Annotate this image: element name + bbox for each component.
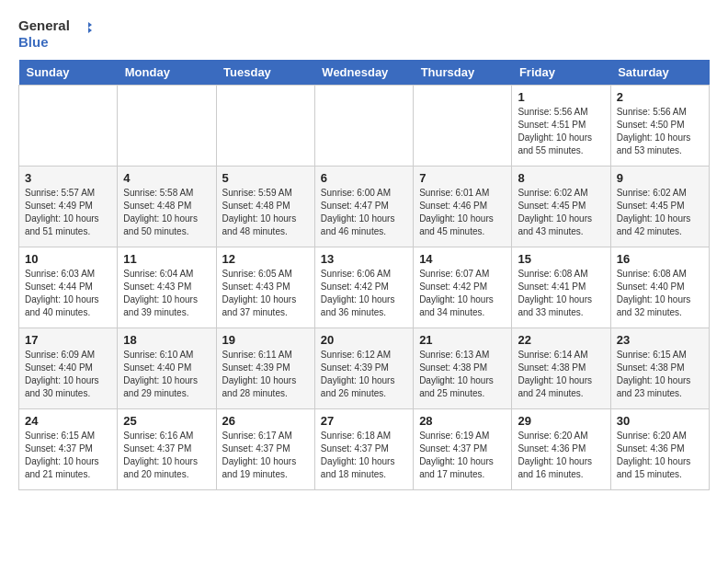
week-row-3: 10Sunrise: 6:03 AM Sunset: 4:44 PM Dayli…: [19, 247, 710, 327]
calendar-cell: 7Sunrise: 6:01 AM Sunset: 4:46 PM Daylig…: [414, 166, 512, 247]
calendar-cell: 11Sunrise: 6:04 AM Sunset: 4:43 PM Dayli…: [118, 247, 216, 327]
weekday-header-tuesday: Tuesday: [216, 60, 314, 86]
calendar-cell: 21Sunrise: 6:13 AM Sunset: 4:38 PM Dayli…: [414, 327, 512, 408]
calendar-cell: 23Sunrise: 6:15 AM Sunset: 4:38 PM Dayli…: [610, 327, 709, 408]
day-number: 8: [518, 171, 604, 185]
day-number: 20: [321, 333, 407, 347]
day-info: Sunrise: 5:56 AM Sunset: 4:51 PM Dayligh…: [518, 106, 604, 157]
weekday-header-thursday: Thursday: [414, 60, 512, 86]
calendar-cell: 14Sunrise: 6:07 AM Sunset: 4:42 PM Dayli…: [414, 247, 512, 327]
day-number: 16: [617, 252, 703, 266]
day-number: 28: [419, 414, 506, 428]
calendar-cell: 20Sunrise: 6:12 AM Sunset: 4:39 PM Dayli…: [314, 327, 413, 408]
day-number: 14: [419, 252, 506, 266]
calendar-cell: 8Sunrise: 6:02 AM Sunset: 4:45 PM Daylig…: [512, 166, 610, 247]
calendar-cell: 18Sunrise: 6:10 AM Sunset: 4:40 PM Dayli…: [118, 327, 216, 408]
calendar-cell: 13Sunrise: 6:06 AM Sunset: 4:42 PM Dayli…: [314, 247, 413, 327]
weekday-header-row: SundayMondayTuesdayWednesdayThursdayFrid…: [19, 60, 710, 86]
day-info: Sunrise: 6:19 AM Sunset: 4:37 PM Dayligh…: [419, 430, 506, 481]
calendar-cell: 26Sunrise: 6:17 AM Sunset: 4:37 PM Dayli…: [216, 408, 314, 489]
calendar-cell: 2Sunrise: 5:56 AM Sunset: 4:50 PM Daylig…: [610, 85, 709, 166]
day-number: 17: [25, 333, 111, 347]
calendar-cell: 10Sunrise: 6:03 AM Sunset: 4:44 PM Dayli…: [19, 247, 118, 327]
week-row-1: 1Sunrise: 5:56 AM Sunset: 4:51 PM Daylig…: [19, 85, 710, 166]
calendar-cell: 25Sunrise: 6:16 AM Sunset: 4:37 PM Dayli…: [118, 408, 216, 489]
calendar-cell: [118, 85, 216, 166]
day-number: 3: [25, 171, 111, 185]
day-info: Sunrise: 6:04 AM Sunset: 4:43 PM Dayligh…: [123, 268, 210, 319]
day-number: 2: [617, 90, 703, 104]
calendar-cell: 27Sunrise: 6:18 AM Sunset: 4:37 PM Dayli…: [314, 408, 413, 489]
day-number: 7: [419, 171, 506, 185]
day-number: 9: [617, 171, 703, 185]
calendar-cell: [19, 85, 118, 166]
day-info: Sunrise: 6:02 AM Sunset: 4:45 PM Dayligh…: [617, 187, 703, 238]
calendar-cell: [314, 85, 413, 166]
day-info: Sunrise: 6:16 AM Sunset: 4:37 PM Dayligh…: [123, 430, 210, 481]
day-number: 29: [518, 414, 604, 428]
day-info: Sunrise: 6:12 AM Sunset: 4:39 PM Dayligh…: [321, 349, 407, 400]
calendar-cell: 3Sunrise: 5:57 AM Sunset: 4:49 PM Daylig…: [19, 166, 118, 247]
day-info: Sunrise: 6:11 AM Sunset: 4:39 PM Dayligh…: [222, 349, 309, 400]
day-info: Sunrise: 6:07 AM Sunset: 4:42 PM Dayligh…: [419, 268, 506, 319]
calendar-cell: 6Sunrise: 6:00 AM Sunset: 4:47 PM Daylig…: [314, 166, 413, 247]
weekday-header-friday: Friday: [512, 60, 610, 86]
day-info: Sunrise: 6:01 AM Sunset: 4:46 PM Dayligh…: [419, 187, 506, 238]
calendar-cell: 16Sunrise: 6:08 AM Sunset: 4:40 PM Dayli…: [610, 247, 709, 327]
day-info: Sunrise: 5:59 AM Sunset: 4:48 PM Dayligh…: [222, 187, 309, 238]
day-info: Sunrise: 6:20 AM Sunset: 4:36 PM Dayligh…: [518, 430, 604, 481]
calendar-cell: [216, 85, 314, 166]
day-info: Sunrise: 6:00 AM Sunset: 4:47 PM Dayligh…: [321, 187, 407, 238]
day-number: 4: [123, 171, 210, 185]
day-info: Sunrise: 6:08 AM Sunset: 4:40 PM Dayligh…: [617, 268, 703, 319]
header: General Blue: [18, 18, 710, 51]
day-info: Sunrise: 5:56 AM Sunset: 4:50 PM Dayligh…: [617, 106, 703, 157]
logo-general: General: [18, 17, 70, 33]
day-number: 26: [222, 414, 309, 428]
day-info: Sunrise: 6:14 AM Sunset: 4:38 PM Dayligh…: [518, 349, 604, 400]
week-row-5: 24Sunrise: 6:15 AM Sunset: 4:37 PM Dayli…: [19, 408, 710, 489]
day-number: 30: [617, 414, 703, 428]
calendar-cell: 19Sunrise: 6:11 AM Sunset: 4:39 PM Dayli…: [216, 327, 314, 408]
logo-blue: Blue: [18, 34, 49, 50]
day-number: 10: [25, 252, 111, 266]
calendar-table: SundayMondayTuesdayWednesdayThursdayFrid…: [18, 60, 710, 490]
day-info: Sunrise: 6:08 AM Sunset: 4:41 PM Dayligh…: [518, 268, 604, 319]
day-number: 24: [25, 414, 111, 428]
calendar-cell: 9Sunrise: 6:02 AM Sunset: 4:45 PM Daylig…: [610, 166, 709, 247]
weekday-header-saturday: Saturday: [610, 60, 709, 86]
weekday-header-sunday: Sunday: [19, 60, 118, 86]
calendar-cell: 12Sunrise: 6:05 AM Sunset: 4:43 PM Dayli…: [216, 247, 314, 327]
day-info: Sunrise: 6:09 AM Sunset: 4:40 PM Dayligh…: [25, 349, 111, 400]
day-number: 19: [222, 333, 309, 347]
day-number: 18: [123, 333, 210, 347]
calendar-cell: 1Sunrise: 5:56 AM Sunset: 4:51 PM Daylig…: [512, 85, 610, 166]
day-number: 11: [123, 252, 210, 266]
day-info: Sunrise: 6:18 AM Sunset: 4:37 PM Dayligh…: [321, 430, 407, 481]
calendar-cell: [414, 85, 512, 166]
day-info: Sunrise: 6:20 AM Sunset: 4:36 PM Dayligh…: [617, 430, 703, 481]
calendar-cell: 28Sunrise: 6:19 AM Sunset: 4:37 PM Dayli…: [414, 408, 512, 489]
calendar-cell: 5Sunrise: 5:59 AM Sunset: 4:48 PM Daylig…: [216, 166, 314, 247]
day-info: Sunrise: 6:03 AM Sunset: 4:44 PM Dayligh…: [25, 268, 111, 319]
day-number: 6: [321, 171, 407, 185]
day-number: 21: [419, 333, 506, 347]
svg-marker-1: [79, 28, 92, 33]
day-info: Sunrise: 6:02 AM Sunset: 4:45 PM Dayligh…: [518, 187, 604, 238]
week-row-4: 17Sunrise: 6:09 AM Sunset: 4:40 PM Dayli…: [19, 327, 710, 408]
day-number: 12: [222, 252, 309, 266]
day-number: 13: [321, 252, 407, 266]
day-info: Sunrise: 6:15 AM Sunset: 4:37 PM Dayligh…: [25, 430, 111, 481]
calendar-cell: 4Sunrise: 5:58 AM Sunset: 4:48 PM Daylig…: [118, 166, 216, 247]
day-number: 23: [617, 333, 703, 347]
calendar-cell: 24Sunrise: 6:15 AM Sunset: 4:37 PM Dayli…: [19, 408, 118, 489]
calendar-cell: 29Sunrise: 6:20 AM Sunset: 4:36 PM Dayli…: [512, 408, 610, 489]
day-info: Sunrise: 6:06 AM Sunset: 4:42 PM Dayligh…: [321, 268, 407, 319]
day-info: Sunrise: 6:15 AM Sunset: 4:38 PM Dayligh…: [617, 349, 703, 400]
day-info: Sunrise: 6:13 AM Sunset: 4:38 PM Dayligh…: [419, 349, 506, 400]
day-number: 5: [222, 171, 309, 185]
logo: General Blue: [18, 18, 92, 51]
day-number: 15: [518, 252, 604, 266]
weekday-header-monday: Monday: [118, 60, 216, 86]
calendar-cell: 22Sunrise: 6:14 AM Sunset: 4:38 PM Dayli…: [512, 327, 610, 408]
